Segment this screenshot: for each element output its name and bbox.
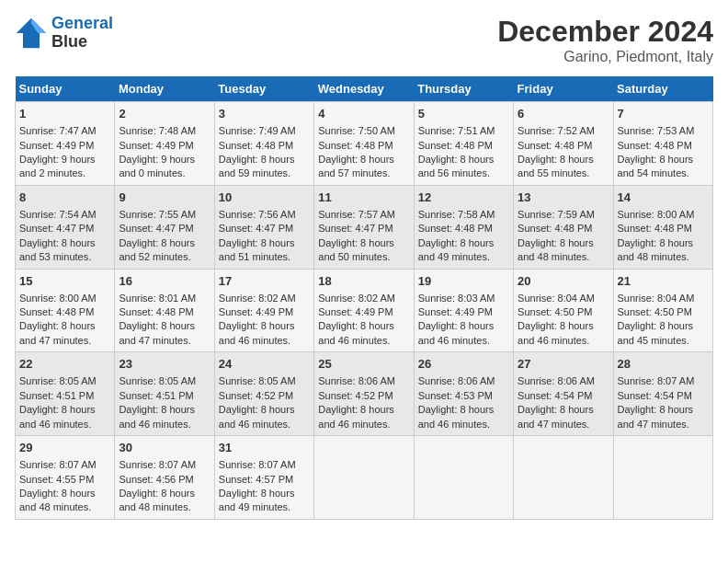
day-info-line: Daylight: 8 hours: [418, 154, 495, 165]
day-number: 28: [618, 356, 709, 373]
day-info-line: Sunset: 4:55 PM: [19, 474, 94, 485]
day-number: 19: [418, 273, 509, 290]
day-info-line: Daylight: 8 hours: [19, 237, 96, 248]
day-info-line: Sunset: 4:48 PM: [518, 223, 592, 234]
day-info-line: Sunrise: 7:59 AM: [518, 209, 595, 220]
day-info-line: Daylight: 8 hours: [618, 237, 694, 248]
day-number: 7: [618, 106, 709, 122]
calendar-day-cell: 20Sunrise: 8:04 AMSunset: 4:50 PMDayligh…: [514, 269, 613, 352]
day-number: 10: [219, 190, 310, 206]
day-info-line: Sunset: 4:49 PM: [19, 140, 94, 151]
day-info-line: and 46 minutes.: [19, 419, 91, 430]
day-info-line: Daylight: 8 hours: [618, 404, 694, 415]
day-info-line: Sunset: 4:48 PM: [618, 140, 692, 151]
day-info-line: Daylight: 8 hours: [219, 154, 295, 165]
day-info-line: and 48 minutes.: [19, 501, 91, 512]
day-info-line: Sunset: 4:50 PM: [518, 306, 592, 317]
day-info-line: Daylight: 8 hours: [418, 404, 495, 415]
day-number: 8: [19, 190, 110, 206]
day-info-line: Sunset: 4:48 PM: [418, 223, 493, 234]
day-number: 5: [418, 106, 509, 122]
calendar-day-cell: 7Sunrise: 7:53 AMSunset: 4:48 PMDaylight…: [613, 102, 712, 186]
page-header: General Blue December 2024 Garino, Piedm…: [15, 15, 713, 65]
calendar-day-cell: 19Sunrise: 8:03 AMSunset: 4:49 PMDayligh…: [414, 269, 513, 352]
day-info-line: Daylight: 8 hours: [219, 488, 295, 499]
day-info-line: and 2 minutes.: [19, 167, 85, 178]
day-info-line: and 46 minutes.: [418, 419, 490, 430]
day-number: 2: [119, 106, 210, 122]
calendar-day-cell: 28Sunrise: 8:07 AMSunset: 4:54 PMDayligh…: [613, 352, 712, 436]
day-info-line: and 59 minutes.: [219, 167, 290, 178]
weekday-header-row: SundayMondayTuesdayWednesdayThursdayFrid…: [16, 76, 713, 102]
day-info-line: Daylight: 9 hours: [19, 154, 96, 165]
calendar-day-cell: 18Sunrise: 8:02 AMSunset: 4:49 PMDayligh…: [314, 269, 414, 352]
day-info-line: Sunrise: 8:01 AM: [119, 293, 196, 304]
logo-text: General Blue: [51, 15, 113, 52]
day-info-line: Sunset: 4:48 PM: [19, 306, 94, 317]
day-info-line: and 49 minutes.: [418, 251, 490, 262]
day-info-line: and 57 minutes.: [318, 167, 390, 178]
day-info-line: Sunset: 4:48 PM: [618, 223, 692, 234]
day-info-line: Daylight: 8 hours: [119, 488, 195, 499]
day-info-line: Sunrise: 8:02 AM: [219, 293, 296, 304]
day-info-line: Sunset: 4:53 PM: [418, 390, 493, 401]
day-number: 18: [318, 273, 409, 290]
day-info-line: Sunset: 4:48 PM: [318, 140, 392, 151]
day-info-line: Sunrise: 7:52 AM: [518, 125, 595, 136]
calendar-day-cell: [414, 436, 513, 520]
calendar-day-cell: 4Sunrise: 7:50 AMSunset: 4:48 PMDaylight…: [314, 102, 414, 186]
weekday-header-cell: Tuesday: [214, 76, 313, 102]
day-info-line: Sunset: 4:56 PM: [119, 474, 193, 485]
day-info-line: Sunset: 4:52 PM: [219, 390, 293, 401]
day-number: 26: [418, 356, 509, 373]
day-info-line: Sunset: 4:52 PM: [318, 390, 392, 401]
day-number: 14: [618, 190, 709, 206]
calendar-day-cell: 13Sunrise: 7:59 AMSunset: 4:48 PMDayligh…: [514, 185, 613, 269]
calendar-day-cell: 9Sunrise: 7:55 AMSunset: 4:47 PMDaylight…: [115, 185, 214, 269]
day-info-line: Sunrise: 7:51 AM: [418, 125, 495, 136]
day-info-line: and 45 minutes.: [618, 335, 689, 346]
calendar-day-cell: 16Sunrise: 8:01 AMSunset: 4:48 PMDayligh…: [115, 269, 214, 352]
day-info-line: Sunrise: 8:07 AM: [618, 375, 695, 386]
day-info-line: Daylight: 8 hours: [518, 404, 594, 415]
day-info-line: Sunrise: 8:00 AM: [19, 293, 97, 304]
calendar-body: 1Sunrise: 7:47 AMSunset: 4:49 PMDaylight…: [16, 102, 713, 520]
day-info-line: Sunrise: 7:55 AM: [119, 209, 196, 220]
calendar-week-row: 22Sunrise: 8:05 AMSunset: 4:51 PMDayligh…: [16, 352, 713, 436]
day-info-line: Sunset: 4:49 PM: [418, 306, 493, 317]
day-info-line: Sunrise: 8:06 AM: [418, 375, 495, 386]
day-info-line: Daylight: 8 hours: [318, 320, 394, 331]
day-info-line: Sunrise: 8:06 AM: [518, 375, 595, 386]
day-info-line: Daylight: 8 hours: [219, 237, 295, 248]
day-number: 3: [219, 106, 310, 122]
day-info-line: Sunrise: 7:58 AM: [418, 209, 495, 220]
day-info-line: and 0 minutes.: [119, 167, 185, 178]
day-info-line: and 46 minutes.: [219, 335, 290, 346]
day-info-line: Daylight: 8 hours: [119, 237, 195, 248]
page-title: December 2024: [497, 15, 713, 49]
day-info-line: Sunrise: 8:04 AM: [618, 293, 695, 304]
calendar-day-cell: 8Sunrise: 7:54 AMSunset: 4:47 PMDaylight…: [16, 185, 115, 269]
day-info-line: Sunset: 4:54 PM: [518, 390, 592, 401]
day-info-line: Sunset: 4:47 PM: [119, 223, 193, 234]
day-info-line: and 53 minutes.: [19, 251, 91, 262]
calendar-day-cell: 17Sunrise: 8:02 AMSunset: 4:49 PMDayligh…: [214, 269, 313, 352]
day-info-line: and 47 minutes.: [518, 419, 589, 430]
calendar-day-cell: 5Sunrise: 7:51 AMSunset: 4:48 PMDaylight…: [414, 102, 513, 186]
day-info-line: Sunrise: 7:47 AM: [19, 125, 97, 136]
day-info-line: Sunset: 4:48 PM: [219, 140, 293, 151]
calendar-day-cell: 10Sunrise: 7:56 AMSunset: 4:47 PMDayligh…: [214, 185, 313, 269]
day-info-line: Sunrise: 8:07 AM: [219, 459, 296, 470]
day-info-line: Daylight: 8 hours: [19, 488, 96, 499]
weekday-header-cell: Friday: [514, 76, 613, 102]
day-info-line: and 46 minutes.: [318, 335, 390, 346]
day-info-line: Sunset: 4:51 PM: [119, 390, 193, 401]
logo: General Blue: [15, 15, 113, 52]
calendar-day-cell: 6Sunrise: 7:52 AMSunset: 4:48 PMDaylight…: [514, 102, 613, 186]
day-info-line: Sunset: 4:50 PM: [618, 306, 692, 317]
day-info-line: Sunrise: 7:49 AM: [219, 125, 296, 136]
calendar-day-cell: 24Sunrise: 8:05 AMSunset: 4:52 PMDayligh…: [214, 352, 313, 436]
day-info-line: Sunrise: 8:06 AM: [318, 375, 395, 386]
day-info-line: Sunrise: 8:05 AM: [119, 375, 196, 386]
day-info-line: Daylight: 8 hours: [318, 237, 394, 248]
